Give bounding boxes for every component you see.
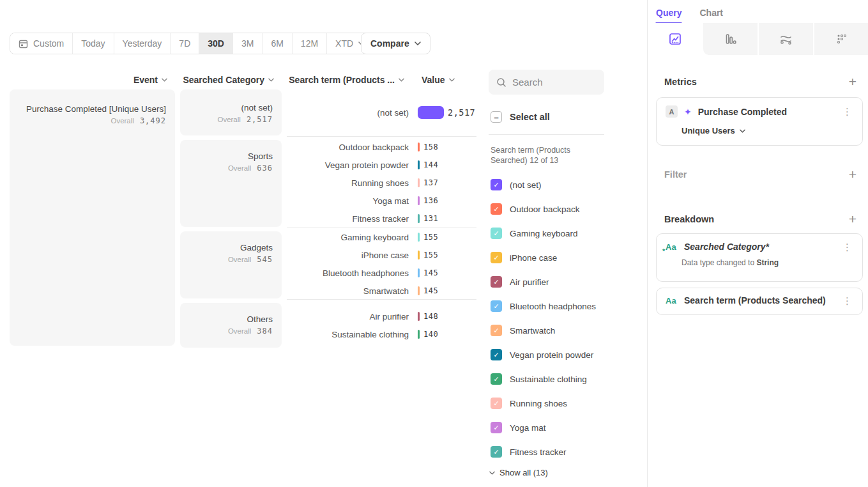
- column-header-label: Value: [422, 75, 445, 85]
- search-term-row[interactable]: (not set) 2,517: [287, 104, 476, 121]
- date-range-option[interactable]: Yesterday: [114, 33, 171, 54]
- legend-checkbox[interactable]: [491, 179, 502, 190]
- legend-checkbox[interactable]: [491, 228, 502, 239]
- category-card[interactable]: Others Overall 384: [180, 303, 282, 348]
- legend-item-label: Sustainable clothing: [510, 375, 587, 384]
- legend-item[interactable]: Air purifier: [491, 270, 643, 294]
- breakdown-table: (not set) Overall 2,517 (not set) 2,517: [180, 89, 476, 352]
- search-term-row[interactable]: Fitness tracker 131: [287, 210, 476, 228]
- legend-checkbox[interactable]: [491, 325, 502, 336]
- value-number: 2,517: [448, 107, 475, 118]
- legend-item-label: Air purifier: [510, 277, 549, 287]
- legend-checkbox[interactable]: [491, 300, 502, 312]
- legend-item[interactable]: Running shoes: [491, 391, 643, 415]
- column-header-event[interactable]: Event: [10, 75, 167, 85]
- legend-item[interactable]: Sustainable clothing: [491, 367, 643, 391]
- kebab-menu-icon[interactable]: ⋮: [840, 242, 855, 252]
- legend-item[interactable]: Yoga mat: [491, 415, 643, 440]
- search-term-label: Yoga mat: [287, 196, 409, 206]
- column-header-search-term[interactable]: Search term (Products ...: [287, 75, 404, 85]
- legend-item[interactable]: Vegan protein powder: [491, 343, 643, 367]
- date-range-option[interactable]: Custom: [10, 33, 72, 54]
- date-range-option[interactable]: 30D: [199, 33, 232, 54]
- legend-item[interactable]: (not set): [491, 173, 643, 197]
- search-term-row[interactable]: iPhone case 155: [287, 246, 476, 264]
- search-term-row[interactable]: Bluetooth headphones 145: [287, 264, 476, 282]
- date-range-option[interactable]: Today: [72, 33, 113, 54]
- legend-item-label: iPhone case: [510, 253, 557, 263]
- legend-item[interactable]: Fitness tracker: [491, 440, 643, 464]
- add-breakdown-button[interactable]: +: [848, 212, 858, 226]
- search-term-row[interactable]: Sustainable clothing 140: [287, 325, 476, 343]
- search-term-row[interactable]: Vegan protein powder 144: [287, 156, 476, 174]
- search-term-row[interactable]: Smartwatch 145: [287, 282, 476, 300]
- date-range-label: 7D: [179, 38, 190, 49]
- show-all-label: Show all (13): [499, 468, 548, 477]
- category-card[interactable]: Gadgets Overall 545: [180, 231, 282, 298]
- value-bar: [418, 268, 420, 277]
- tab-funnels[interactable]: [702, 23, 758, 55]
- legend-item-label: Smartwatch: [510, 326, 555, 336]
- search-icon: [496, 77, 506, 88]
- legend-item[interactable]: Gaming keyboard: [491, 221, 643, 245]
- category-card[interactable]: Sports Overall 636: [180, 140, 282, 227]
- date-range-option[interactable]: 6M: [262, 33, 291, 54]
- date-range-option[interactable]: 12M: [292, 33, 326, 54]
- kebab-menu-icon[interactable]: ⋮: [840, 107, 855, 116]
- show-all-link[interactable]: Show all (13): [489, 468, 548, 477]
- category-name: Sports: [189, 151, 273, 162]
- search-term-row[interactable]: Gaming keyboard 155: [287, 228, 476, 246]
- event-card[interactable]: Purchase Completed [Unique Users] Overal…: [10, 89, 175, 346]
- legend-checkbox[interactable]: [491, 398, 502, 409]
- legend-checkbox[interactable]: [491, 373, 502, 385]
- aggregation-selector[interactable]: Unique Users: [681, 126, 735, 135]
- term-rows: Air purifier 148 Sustainable clothing 14…: [287, 307, 476, 348]
- legend-search-box[interactable]: [489, 70, 604, 95]
- category-card[interactable]: (not set) Overall 2,517: [180, 89, 282, 135]
- tab-retention[interactable]: [813, 23, 868, 55]
- legend-filter-panel: Select all Search term (Products Searche…: [482, 0, 647, 487]
- overall-value: 2,517: [247, 115, 273, 124]
- legend-checkbox[interactable]: [491, 252, 502, 263]
- metric-card[interactable]: A ✦ Purchase Completed ⋮ Unique Users: [656, 97, 863, 146]
- breakdown-card-searched-category[interactable]: Aa Searched Category* ⋮ Data type change…: [656, 233, 863, 282]
- legend-checkbox[interactable]: [491, 349, 502, 360]
- retention-grid-icon: [835, 32, 849, 46]
- legend-item[interactable]: iPhone case: [491, 245, 643, 270]
- legend-checkbox[interactable]: [491, 446, 502, 458]
- column-header-searched-category[interactable]: Searched Category: [180, 75, 274, 85]
- panel-tab[interactable]: Chart: [699, 5, 724, 20]
- legend-checkbox[interactable]: [491, 203, 502, 215]
- legend-item[interactable]: Outdoor backpack: [491, 197, 643, 221]
- search-term-row[interactable]: Air purifier 148: [287, 307, 476, 325]
- value-bar: [418, 196, 420, 205]
- add-filter-button[interactable]: +: [848, 167, 858, 181]
- compare-button[interactable]: Compare: [361, 33, 430, 54]
- search-term-row[interactable]: Running shoes 137: [287, 174, 476, 192]
- add-metric-button[interactable]: +: [848, 75, 858, 88]
- date-range-option[interactable]: 3M: [232, 33, 262, 54]
- date-range-option[interactable]: 7D: [170, 33, 199, 54]
- calendar-icon: [19, 39, 28, 49]
- tab-flows[interactable]: [758, 23, 813, 55]
- breakdown-card-search-term[interactable]: Aa Search term (Products Searched) ⋮: [656, 288, 863, 315]
- legend-checkbox[interactable]: [491, 276, 502, 288]
- string-property-icon: Aa: [666, 242, 678, 252]
- column-header-value[interactable]: Value: [422, 75, 460, 85]
- select-all-row[interactable]: Select all: [491, 111, 550, 123]
- legend-item[interactable]: Smartwatch: [491, 318, 643, 343]
- search-term-row[interactable]: Outdoor backpack 158: [287, 138, 476, 156]
- legend-checkbox[interactable]: [491, 422, 502, 433]
- value-number: 137: [423, 178, 438, 187]
- legend-item[interactable]: Bluetooth headphones: [491, 294, 643, 318]
- kebab-menu-icon[interactable]: ⋮: [840, 296, 855, 305]
- legend-checkbox-list: (not set) Outdoor backpack Gaming keyboa…: [491, 173, 643, 464]
- select-all-checkbox[interactable]: [491, 111, 502, 123]
- search-term-label: (not set): [287, 108, 409, 118]
- legend-search-input[interactable]: [512, 77, 589, 88]
- panel-tab[interactable]: Query: [655, 5, 682, 20]
- search-term-label: Vegan protein powder: [287, 160, 409, 170]
- search-term-row[interactable]: Yoga mat 136: [287, 192, 476, 210]
- breakdown-property-name: Search term (Products Searched): [684, 295, 834, 305]
- tab-insights[interactable]: [648, 23, 702, 55]
